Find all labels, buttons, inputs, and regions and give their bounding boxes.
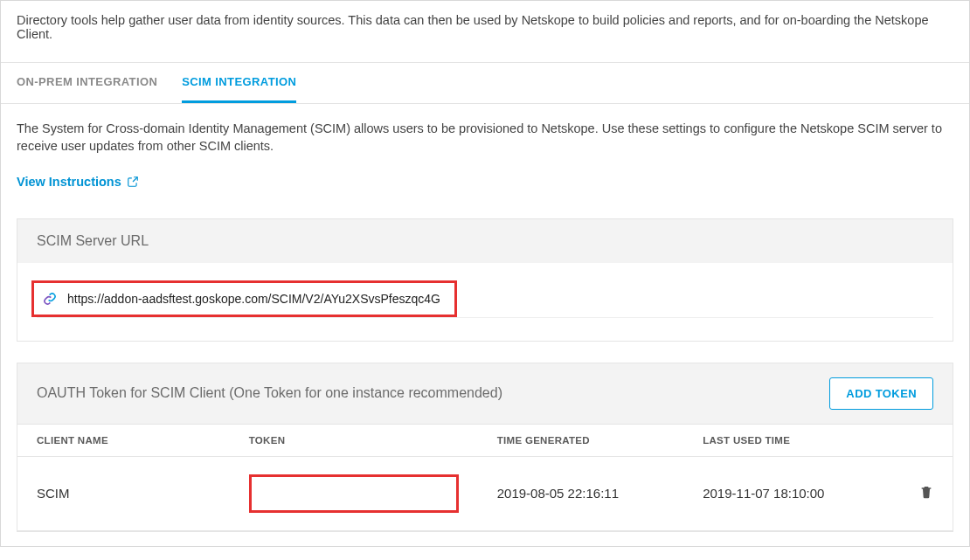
tab-scim-integration[interactable]: SCIM INTEGRATION <box>182 63 296 103</box>
scim-server-url-title: SCIM Server URL <box>17 219 953 263</box>
scim-server-url-panel: SCIM Server URL https://addon-aadsftest.… <box>17 218 953 342</box>
link-icon <box>43 292 57 306</box>
col-time-generated: TIME GENERATED <box>478 424 683 456</box>
scim-url-highlight: https://addon-aadsftest.goskope.com/SCIM… <box>31 280 457 317</box>
cell-last-used: 2019-11-07 18:10:00 <box>683 456 897 530</box>
intro-text: Directory tools help gather user data fr… <box>1 1 969 63</box>
col-client-name: CLIENT NAME <box>17 424 230 456</box>
oauth-token-panel: OAUTH Token for SCIM Client (One Token f… <box>17 363 953 532</box>
external-link-icon <box>127 176 139 188</box>
col-actions <box>897 424 953 456</box>
col-last-used: LAST USED TIME <box>683 424 897 456</box>
oauth-token-table: CLIENT NAME TOKEN TIME GENERATED LAST US… <box>17 424 953 531</box>
delete-token-button[interactable] <box>897 456 953 530</box>
tab-on-prem-integration[interactable]: ON-PREM INTEGRATION <box>17 63 157 103</box>
tabs: ON-PREM INTEGRATION SCIM INTEGRATION <box>1 63 969 104</box>
view-instructions-link[interactable]: View Instructions <box>1 156 155 204</box>
cell-client-name: SCIM <box>17 456 230 530</box>
add-token-button[interactable]: ADD TOKEN <box>829 377 933 410</box>
scim-server-url-body: https://addon-aadsftest.goskope.com/SCIM… <box>17 263 953 341</box>
oauth-token-header: OAUTH Token for SCIM Client (One Token f… <box>17 363 953 424</box>
view-instructions-label: View Instructions <box>17 175 121 189</box>
scim-server-url-row: https://addon-aadsftest.goskope.com/SCIM… <box>37 286 933 318</box>
oauth-token-title: OAUTH Token for SCIM Client (One Token f… <box>37 385 502 401</box>
token-highlight-box <box>249 474 459 513</box>
col-token: TOKEN <box>230 424 478 456</box>
page-container: Directory tools help gather user data fr… <box>0 0 970 547</box>
table-row: SCIM 2019-08-05 22:16:11 2019-11-07 18:1… <box>17 456 953 530</box>
table-header-row: CLIENT NAME TOKEN TIME GENERATED LAST US… <box>17 424 953 456</box>
scim-server-url-value: https://addon-aadsftest.goskope.com/SCIM… <box>67 292 440 306</box>
cell-time-generated: 2019-08-05 22:16:11 <box>478 456 683 530</box>
trash-icon <box>919 484 933 500</box>
cell-token <box>230 456 478 530</box>
scim-description: The System for Cross-domain Identity Man… <box>1 104 969 156</box>
